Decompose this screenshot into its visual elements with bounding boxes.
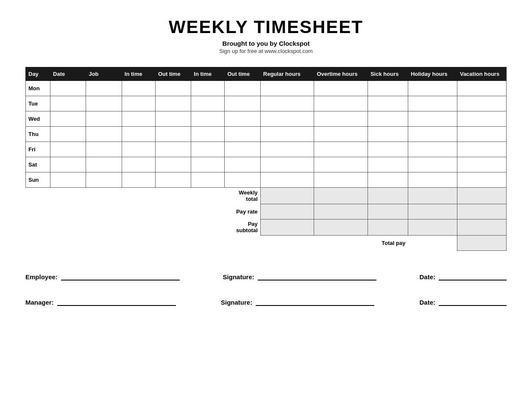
data-cell[interactable] [408, 96, 457, 111]
weekly-holiday-cell[interactable] [408, 219, 457, 235]
data-cell[interactable] [368, 157, 408, 172]
data-cell[interactable] [86, 172, 122, 188]
data-cell[interactable] [50, 157, 86, 172]
data-cell[interactable] [260, 96, 314, 111]
weekly-overtime-cell[interactable] [314, 188, 368, 204]
data-cell[interactable] [408, 172, 457, 188]
weekly-holiday-cell[interactable] [408, 204, 457, 219]
data-cell[interactable] [50, 96, 86, 111]
data-cell[interactable] [368, 81, 408, 96]
weekly-sick-cell[interactable] [368, 188, 408, 204]
data-cell[interactable] [122, 157, 155, 172]
data-cell[interactable] [368, 127, 408, 142]
employee-signature-line[interactable] [258, 272, 376, 280]
weekly-regular-cell[interactable] [260, 219, 314, 235]
weekly-overtime-cell[interactable] [314, 219, 368, 235]
data-cell[interactable] [314, 157, 368, 172]
data-cell[interactable] [408, 157, 457, 172]
data-cell[interactable] [86, 127, 122, 142]
data-cell[interactable] [260, 172, 314, 188]
data-cell[interactable] [457, 127, 506, 142]
data-cell[interactable] [457, 81, 506, 96]
data-cell[interactable] [191, 96, 225, 111]
data-cell[interactable] [225, 127, 260, 142]
data-cell[interactable] [368, 142, 408, 157]
data-cell[interactable] [368, 172, 408, 188]
data-cell[interactable] [50, 172, 86, 188]
data-cell[interactable] [368, 96, 408, 111]
weekly-vacation-cell[interactable] [457, 188, 506, 204]
data-cell[interactable] [86, 81, 122, 96]
data-cell[interactable] [155, 127, 191, 142]
weekly-vacation-cell[interactable] [457, 204, 506, 219]
data-cell[interactable] [86, 111, 122, 127]
data-cell[interactable] [122, 96, 155, 111]
data-cell[interactable] [122, 127, 155, 142]
data-cell[interactable] [155, 142, 191, 157]
total-pay-cell[interactable] [457, 235, 506, 250]
data-cell[interactable] [260, 111, 314, 127]
data-cell[interactable] [50, 142, 86, 157]
data-cell[interactable] [314, 127, 368, 142]
data-cell[interactable] [225, 111, 260, 127]
employee-line[interactable] [61, 272, 180, 280]
data-cell[interactable] [314, 172, 368, 188]
weekly-sick-cell[interactable] [368, 204, 408, 219]
data-cell[interactable] [408, 111, 457, 127]
data-cell[interactable] [225, 142, 260, 157]
data-cell[interactable] [191, 111, 225, 127]
data-cell[interactable] [50, 127, 86, 142]
data-cell[interactable] [368, 111, 408, 127]
data-cell[interactable] [86, 142, 122, 157]
data-cell[interactable] [408, 81, 457, 96]
weekly-holiday-cell[interactable] [408, 188, 457, 204]
data-cell[interactable] [314, 81, 368, 96]
weekly-regular-cell[interactable] [260, 188, 314, 204]
data-cell[interactable] [155, 157, 191, 172]
weekly-regular-cell[interactable] [260, 204, 314, 219]
data-cell[interactable] [260, 127, 314, 142]
data-cell[interactable] [457, 111, 506, 127]
data-cell[interactable] [408, 142, 457, 157]
data-cell[interactable] [155, 96, 191, 111]
data-cell[interactable] [314, 96, 368, 111]
data-cell[interactable] [191, 127, 225, 142]
data-cell[interactable] [122, 172, 155, 188]
manager-date-line[interactable] [439, 297, 507, 306]
weekly-sick-cell[interactable] [368, 219, 408, 235]
employee-date-line[interactable] [439, 272, 507, 280]
data-cell[interactable] [122, 81, 155, 96]
weekly-overtime-cell[interactable] [314, 204, 368, 219]
data-cell[interactable] [191, 142, 225, 157]
data-cell[interactable] [86, 96, 122, 111]
data-cell[interactable] [260, 81, 314, 96]
data-cell[interactable] [225, 96, 260, 111]
manager-signature-line[interactable] [256, 297, 374, 306]
data-cell[interactable] [122, 111, 155, 127]
data-cell[interactable] [155, 81, 191, 96]
data-cell[interactable] [260, 142, 314, 157]
data-cell[interactable] [457, 157, 506, 172]
data-cell[interactable] [191, 172, 225, 188]
data-cell[interactable] [314, 142, 368, 157]
data-cell[interactable] [225, 172, 260, 188]
data-cell[interactable] [314, 111, 368, 127]
data-cell[interactable] [50, 81, 86, 96]
data-cell[interactable] [191, 81, 225, 96]
data-cell[interactable] [155, 172, 191, 188]
data-cell[interactable] [457, 172, 506, 188]
data-cell[interactable] [457, 96, 506, 111]
data-cell[interactable] [50, 111, 86, 127]
manager-line[interactable] [57, 297, 176, 306]
data-cell[interactable] [225, 157, 260, 172]
empty-cell [155, 188, 191, 204]
data-cell[interactable] [457, 142, 506, 157]
data-cell[interactable] [155, 111, 191, 127]
data-cell[interactable] [408, 127, 457, 142]
data-cell[interactable] [122, 142, 155, 157]
data-cell[interactable] [260, 157, 314, 172]
data-cell[interactable] [191, 157, 225, 172]
data-cell[interactable] [86, 157, 122, 172]
data-cell[interactable] [225, 81, 260, 96]
weekly-vacation-cell[interactable] [457, 219, 506, 235]
